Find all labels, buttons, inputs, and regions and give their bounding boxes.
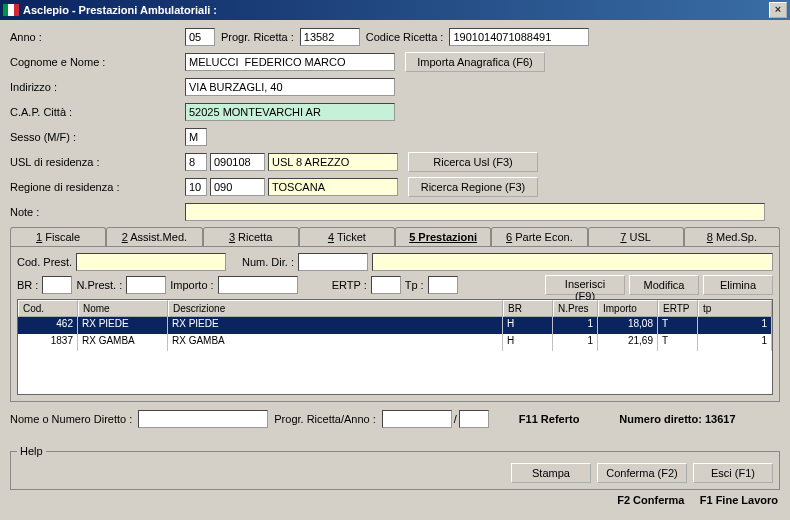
ertp-field[interactable] (371, 276, 401, 294)
modifica-button[interactable]: Modifica (629, 275, 699, 295)
form-area: Anno : Progr. Ricetta : Codice Ricetta :… (0, 20, 790, 439)
conferma-button[interactable]: Conferma (F2) (597, 463, 687, 483)
th-npres[interactable]: N.Pres (553, 300, 598, 317)
nprest-label: N.Prest. : (76, 279, 122, 291)
anno2-field[interactable] (459, 410, 489, 428)
reg2-field[interactable] (210, 178, 265, 196)
table-body: 462 RX PIEDE RX PIEDE H 1 18,08 T 1 1837… (18, 317, 772, 351)
anno-field[interactable] (185, 28, 215, 46)
tab-ticket[interactable]: 4 Ticket (299, 227, 395, 246)
reg3-field[interactable] (268, 178, 398, 196)
esci-button[interactable]: Esci (F1) (693, 463, 773, 483)
nomenum-field[interactable] (138, 410, 268, 428)
br-field[interactable] (42, 276, 72, 294)
usl1-field[interactable] (185, 153, 207, 171)
tab-medsp[interactable]: 8 Med.Sp. (684, 227, 780, 246)
importo-label: Importo : (170, 279, 213, 291)
status-bar: F2 Conferma F1 Fine Lavoro (0, 492, 790, 508)
usl-label: USL di residenza : (10, 156, 185, 168)
note-field[interactable] (185, 203, 765, 221)
ricusl-button[interactable]: Ricerca Usl (F3) (408, 152, 538, 172)
tab-parteecon[interactable]: 6 Parte Econ. (491, 227, 587, 246)
help-legend: Help (17, 445, 46, 457)
progr-label: Progr. Ricetta : (221, 31, 294, 43)
tab-fiscale[interactable]: 1 Fiscale (10, 227, 106, 246)
br-label: BR : (17, 279, 38, 291)
progricanno-label: Progr. Ricetta/Anno : (274, 413, 376, 425)
tab-assist[interactable]: 2 Assist.Med. (106, 227, 202, 246)
table-row[interactable]: 462 RX PIEDE RX PIEDE H 1 18,08 T 1 (18, 317, 772, 334)
codprest-field[interactable] (76, 253, 226, 271)
importa-button[interactable]: Importa Anagrafica (F6) (405, 52, 545, 72)
stampa-button[interactable]: Stampa (511, 463, 591, 483)
numdir-field[interactable] (298, 253, 368, 271)
inserisci-button[interactable]: Inserisci (F9) (545, 275, 625, 295)
cap-label: C.A.P. Città : (10, 106, 185, 118)
progr-field[interactable] (300, 28, 360, 46)
importo-field[interactable] (218, 276, 298, 294)
codric-field[interactable] (449, 28, 589, 46)
tab-prestazioni[interactable]: 5 Prestazioni (395, 227, 491, 246)
status-f1: F1 Fine Lavoro (700, 494, 778, 506)
usl3-field[interactable] (268, 153, 398, 171)
elimina-button[interactable]: Elimina (703, 275, 773, 295)
title-bar: Asclepio - Prestazioni Ambulatoriali : × (0, 0, 790, 20)
th-tp[interactable]: tp (698, 300, 772, 317)
th-ertp[interactable]: ERTP (658, 300, 698, 317)
note-label: Note : (10, 206, 185, 218)
close-icon[interactable]: × (769, 2, 787, 18)
indirizzo-label: Indirizzo : (10, 81, 185, 93)
slash-label: / (454, 413, 457, 425)
th-desc[interactable]: Descrizione (168, 300, 503, 317)
tp-label: Tp : (405, 279, 424, 291)
tab-ricetta[interactable]: 3 Ricetta (203, 227, 299, 246)
reg1-field[interactable] (185, 178, 207, 196)
progric-field[interactable] (382, 410, 452, 428)
f11-label: F11 Referto (519, 413, 580, 425)
window-title: Asclepio - Prestazioni Ambulatoriali : (23, 4, 769, 16)
cap-field[interactable] (185, 103, 395, 121)
th-cod[interactable]: Cod. (18, 300, 78, 317)
status-f2: F2 Conferma (617, 494, 684, 506)
table-header: Cod. Nome Descrizione BR N.Pres Importo … (18, 300, 772, 317)
tp-field[interactable] (428, 276, 458, 294)
cognome-label: Cognome e Nome : (10, 56, 185, 68)
codric-label: Codice Ricetta : (366, 31, 444, 43)
indirizzo-field[interactable] (185, 78, 395, 96)
table-row[interactable]: 1837 RX GAMBA RX GAMBA H 1 21,69 T 1 (18, 334, 772, 351)
tab-usl[interactable]: 7 USL (588, 227, 684, 246)
th-nome[interactable]: Nome (78, 300, 168, 317)
cognome-field[interactable] (185, 53, 395, 71)
ertp-label: ERTP : (332, 279, 367, 291)
codprest-label: Cod. Prest. (17, 256, 72, 268)
nprest-field[interactable] (126, 276, 166, 294)
anno-label: Anno : (10, 31, 185, 43)
ricreg-button[interactable]: Ricerca Regione (F3) (408, 177, 538, 197)
th-imp[interactable]: Importo (598, 300, 658, 317)
numdiretto-label: Numero diretto: 13617 (619, 413, 735, 425)
sesso-field[interactable] (185, 128, 207, 146)
sesso-label: Sesso (M/F) : (10, 131, 185, 143)
usl2-field[interactable] (210, 153, 265, 171)
desc-field[interactable] (372, 253, 773, 271)
numdir-label: Num. Dir. : (242, 256, 294, 268)
prestazioni-table[interactable]: Cod. Nome Descrizione BR N.Pres Importo … (17, 299, 773, 395)
tab-panel: Cod. Prest. Num. Dir. : BR : N.Prest. : … (10, 246, 780, 402)
regione-label: Regione di residenza : (10, 181, 185, 193)
tabs: 1 Fiscale 2 Assist.Med. 3 Ricetta 4 Tick… (10, 227, 780, 246)
flag-icon (3, 4, 19, 16)
nomenum-label: Nome o Numero Diretto : (10, 413, 132, 425)
help-group: Help Stampa Conferma (F2) Esci (F1) (10, 445, 780, 490)
th-br[interactable]: BR (503, 300, 553, 317)
